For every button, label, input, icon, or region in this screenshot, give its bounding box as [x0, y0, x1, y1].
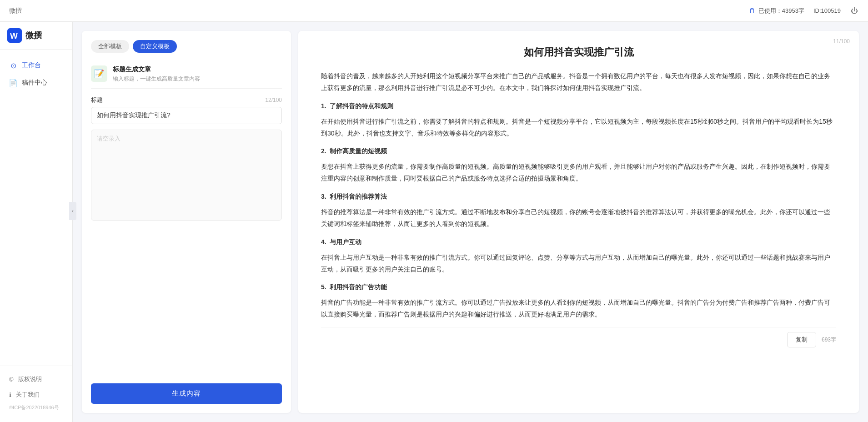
right-panel: 11/100 如何用抖音实现推广引流 随着抖音的普及，越来越多的人开始利用这个短…	[298, 31, 859, 413]
form-label-title: 标题	[91, 96, 103, 104]
title-input[interactable]	[91, 107, 282, 124]
form-label-row: 标题 12/100	[91, 96, 282, 104]
sidebar-footer-copyright[interactable]: © 版权说明	[0, 372, 72, 387]
content-area: 全部模板 自定义模板 📝 标题生成文章 输入标题，一键生成高质量文章内容 标题 …	[73, 22, 868, 422]
tab-custom-templates[interactable]: 自定义模板	[133, 40, 177, 53]
extra-input-area[interactable]: 请空录入	[91, 130, 282, 221]
extra-placeholder-text: 请空录入	[97, 135, 120, 143]
topbar-right: 🗒 已使用：43953字 ID:100519 ⏻	[749, 6, 859, 15]
power-icon[interactable]: ⏻	[850, 6, 859, 15]
section-2-body: 要想在抖音上获得更多的流量，你需要制作高质量的短视频。高质量的短视频能够吸引更多…	[321, 161, 836, 185]
workbench-icon: ⊙	[9, 61, 17, 70]
sidebar-footer-about[interactable]: ℹ 关于我们	[0, 387, 72, 402]
usage-label: 已使用：43953字	[758, 7, 804, 15]
topbar-usage: 🗒 已使用：43953字	[749, 7, 804, 15]
logo-icon: W	[7, 28, 22, 43]
drafts-icon: 📄	[9, 79, 17, 87]
sidebar-item-workbench[interactable]: ⊙ 工作台	[0, 57, 72, 74]
article-section-4: 4. 与用户互动 在抖音上与用户互动是一种非常有效的推广引流方式。你可以通过回复…	[321, 236, 836, 276]
icp-text: ©ICP备2022018946号	[0, 402, 72, 413]
logo-text: 微撰	[25, 30, 42, 41]
section-4-title: 4. 与用户互动	[321, 236, 836, 248]
right-bottom-bar: 复制 693字	[321, 327, 836, 347]
topbar: 微撰 🗒 已使用：43953字 ID:100519 ⏻	[0, 0, 868, 22]
topbar-id: ID:100519	[813, 7, 841, 14]
left-panel: 全部模板 自定义模板 📝 标题生成文章 输入标题，一键生成高质量文章内容 标题 …	[82, 31, 291, 413]
template-card-icon: 📝	[91, 65, 107, 82]
article-intro: 随着抖音的普及，越来越多的人开始利用这个短视频分享平台来推广自己的产品或服务。抖…	[321, 70, 836, 94]
svg-text:W: W	[10, 31, 18, 40]
about-icon: ℹ	[9, 392, 11, 398]
sidebar-item-label-workbench: 工作台	[22, 61, 41, 70]
section-2-title: 2. 制作高质量的短视频	[321, 146, 836, 157]
section-1-title: 1. 了解抖音的特点和规则	[321, 100, 836, 112]
logo-area: W 微撰	[0, 22, 72, 50]
usage-icon: 🗒	[749, 7, 756, 15]
sidebar-nav: ⊙ 工作台 📄 稿件中心	[0, 50, 72, 366]
topbar-title: 微撰	[9, 7, 22, 15]
page-counter: 11/100	[833, 38, 850, 45]
tab-all-templates[interactable]: 全部模板	[91, 40, 129, 53]
sidebar-footer: © 版权说明 ℹ 关于我们 ©ICP备2022018946号	[0, 366, 72, 422]
template-tabs: 全部模板 自定义模板	[91, 40, 282, 53]
about-label: 关于我们	[16, 391, 40, 399]
sidebar: W 微撰 ⊙ 工作台 📄 稿件中心 © 版权说明 ℹ 关于我们 ©ICP备202…	[0, 0, 73, 422]
collapse-sidebar-button[interactable]: ‹	[69, 202, 76, 220]
section-3-title: 3. 利用抖音的推荐算法	[321, 191, 836, 203]
article-section-3: 3. 利用抖音的推荐算法 抖音的推荐算法是一种非常有效的推广引流方式。通过不断地…	[321, 191, 836, 230]
section-3-body: 抖音的推荐算法是一种非常有效的推广引流方式。通过不断地发布和分享自己的短视频，你…	[321, 206, 836, 230]
section-5-body: 抖音的广告功能是一种非常有效的推广引流方式。你可以通过广告投放来让更多的人看到你…	[321, 297, 836, 321]
copy-button[interactable]: 复制	[787, 332, 816, 347]
form-counter: 12/100	[265, 97, 282, 103]
template-card[interactable]: 📝 标题生成文章 输入标题，一键生成高质量文章内容	[91, 60, 282, 89]
section-4-body: 在抖音上与用户互动是一种非常有效的推广引流方式。你可以通过回复评论、点赞、分享等…	[321, 252, 836, 276]
copyright-label: 版权说明	[18, 375, 42, 383]
article-body: 随着抖音的普及，越来越多的人开始利用这个短视频分享平台来推广自己的产品或服务。抖…	[321, 70, 836, 321]
word-count-badge: 693字	[822, 336, 836, 344]
section-5-title: 5. 利用抖音的广告功能	[321, 281, 836, 293]
article-section-1: 1. 了解抖音的特点和规则 在开始使用抖音进行推广引流之前，你需要了解抖音的特点…	[321, 100, 836, 140]
main-content: 全部模板 自定义模板 📝 标题生成文章 输入标题，一键生成高质量文章内容 标题 …	[73, 22, 868, 422]
article-section-5: 5. 利用抖音的广告功能 抖音的广告功能是一种非常有效的推广引流方式。你可以通过…	[321, 281, 836, 321]
sidebar-item-label-drafts: 稿件中心	[22, 79, 47, 87]
sidebar-item-drafts[interactable]: 📄 稿件中心	[0, 74, 72, 91]
template-card-title: 标题生成文章	[113, 65, 200, 74]
template-card-info: 标题生成文章 输入标题，一键生成高质量文章内容	[113, 65, 200, 83]
article-section-2: 2. 制作高质量的短视频 要想在抖音上获得更多的流量，你需要制作高质量的短视频。…	[321, 146, 836, 185]
generate-button[interactable]: 生成内容	[91, 383, 282, 404]
copyright-icon: ©	[9, 376, 14, 383]
article-title: 如何用抖音实现推广引流	[321, 45, 836, 60]
section-1-body: 在开始使用抖音进行推广引流之前，你需要了解抖音的特点和规则。抖音是一个短视频分享…	[321, 116, 836, 140]
template-card-desc: 输入标题，一键生成高质量文章内容	[113, 75, 200, 83]
